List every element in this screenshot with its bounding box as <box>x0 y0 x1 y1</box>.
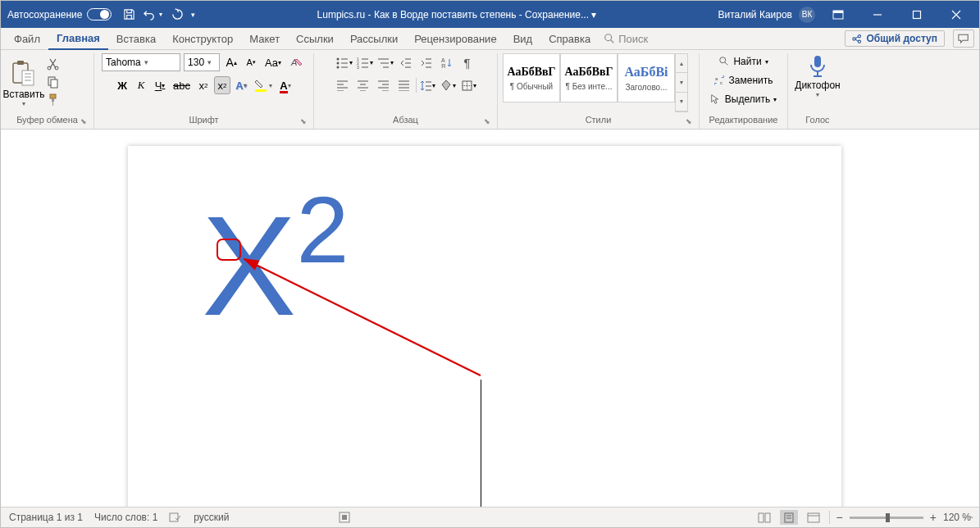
macro-icon[interactable] <box>339 512 350 523</box>
strikethrough-button[interactable]: abc <box>171 76 193 94</box>
style-heading1[interactable]: АаБбВі Заголово... <box>618 53 675 102</box>
zoom-level[interactable]: 120 % <box>943 512 971 523</box>
subscript-button[interactable]: x2 <box>195 76 212 94</box>
justify-icon[interactable] <box>395 76 413 94</box>
comments-button[interactable] <box>953 30 974 48</box>
user-name[interactable]: Виталий Каиров <box>718 9 792 20</box>
undo-dropdown-icon[interactable]: ▾ <box>159 11 162 18</box>
tab-design[interactable]: Конструктор <box>164 28 241 50</box>
styles-scroll-down[interactable]: ▾ <box>676 73 687 92</box>
close-button[interactable] <box>940 1 973 28</box>
copy-icon[interactable] <box>47 75 62 90</box>
text-effects-icon[interactable]: A▾ <box>233 76 249 94</box>
font-color-icon[interactable]: A▾ <box>277 76 294 94</box>
collapse-ribbon-icon[interactable]: ⌃ <box>968 515 974 524</box>
user-avatar[interactable]: ВК <box>799 7 815 23</box>
format-painter-icon[interactable] <box>47 93 62 108</box>
page[interactable]: X2 <box>128 146 841 507</box>
highlight-icon[interactable]: ▾ <box>252 76 275 94</box>
print-layout-icon[interactable] <box>780 510 798 525</box>
tab-layout[interactable]: Макет <box>241 28 288 50</box>
styles-expand[interactable]: ▾ <box>676 93 687 112</box>
font-dialog-launcher[interactable]: ⬊ <box>300 117 307 125</box>
shading-icon[interactable]: ▾ <box>440 76 458 94</box>
multilevel-list-icon[interactable]: ▾ <box>376 53 394 71</box>
tab-insert[interactable]: Вставка <box>108 28 164 50</box>
styles-dialog-launcher[interactable]: ⬊ <box>686 117 692 125</box>
clipboard-dialog-launcher[interactable]: ⬊ <box>80 117 87 125</box>
ribbon-display-icon[interactable] <box>822 1 855 28</box>
document-text[interactable]: X2 <box>202 187 349 338</box>
undo-icon[interactable] <box>144 8 156 20</box>
svg-rect-8 <box>22 71 34 85</box>
svg-rect-63 <box>463 81 472 90</box>
style-no-spacing[interactable]: АаБбВвГ ¶ Без инте... <box>560 53 618 102</box>
bullets-icon[interactable]: ▾ <box>335 53 353 71</box>
autosave-toggle[interactable] <box>87 8 112 20</box>
select-button[interactable]: Выделить▾ <box>710 91 777 107</box>
superscript-button[interactable]: x2 <box>214 76 230 94</box>
font-size-combo[interactable]: 130▾ <box>184 53 220 71</box>
paste-dropdown-icon[interactable]: ▾ <box>22 100 25 107</box>
status-bar: Страница 1 из 1 Число слов: 1 русский − … <box>1 507 979 527</box>
document-title: Lumpics.ru - Как в Ворде поставить степе… <box>195 9 718 20</box>
paste-button[interactable]: Вставить ▾ <box>6 59 42 107</box>
minimize-button[interactable] <box>861 1 894 28</box>
show-marks-icon[interactable]: ¶ <box>458 53 476 71</box>
tab-file[interactable]: Файл <box>6 28 48 50</box>
bold-button[interactable]: Ж <box>114 76 130 94</box>
zoom-slider[interactable] <box>850 517 923 519</box>
zoom-in-button[interactable]: + <box>930 511 937 524</box>
line-spacing-icon[interactable]: ▾ <box>419 76 437 94</box>
numbering-icon[interactable]: 123▾ <box>356 53 374 71</box>
zoom-out-button[interactable]: − <box>836 511 843 524</box>
align-left-icon[interactable] <box>334 76 352 94</box>
svg-rect-70 <box>814 56 821 67</box>
share-button[interactable]: Общий доступ <box>845 30 945 47</box>
document-area[interactable]: X2 <box>1 130 979 507</box>
align-right-icon[interactable] <box>375 76 393 94</box>
read-mode-icon[interactable] <box>755 510 773 525</box>
search-box[interactable]: Поиск <box>604 33 648 45</box>
tab-references[interactable]: Ссылки <box>288 28 342 50</box>
clear-formatting-icon[interactable]: A <box>287 53 306 71</box>
maximize-button[interactable] <box>900 1 933 28</box>
web-layout-icon[interactable] <box>805 510 823 525</box>
paragraph-dialog-launcher[interactable]: ⬊ <box>484 117 490 125</box>
replace-button[interactable]: ac Заменить <box>714 72 773 89</box>
tab-view[interactable]: Вид <box>505 28 541 50</box>
word-count[interactable]: Число слов: 1 <box>94 512 157 523</box>
underline-button[interactable]: Ч▾ <box>152 76 168 94</box>
sort-icon[interactable]: AЯ <box>438 53 456 71</box>
dictate-button[interactable]: Диктофон ▾ <box>793 53 842 112</box>
style-normal[interactable]: АаБбВвГ ¶ Обычный <box>503 53 560 102</box>
tab-home[interactable]: Главная <box>48 28 108 50</box>
autosave-label: Автосохранение <box>7 9 82 20</box>
borders-icon[interactable]: ▾ <box>460 76 478 94</box>
increase-font-icon[interactable]: A▴ <box>223 53 239 71</box>
increase-indent-icon[interactable] <box>417 53 435 71</box>
save-icon[interactable] <box>123 8 135 20</box>
font-name-combo[interactable]: Tahoma▾ <box>102 53 180 71</box>
styles-scroll-up[interactable]: ▴ <box>676 54 687 73</box>
cut-icon[interactable] <box>47 57 62 72</box>
page-indicator[interactable]: Страница 1 из 1 <box>9 512 83 523</box>
spellcheck-icon[interactable] <box>169 512 182 523</box>
change-case-icon[interactable]: Aa▾ <box>262 53 284 71</box>
svg-text:Я: Я <box>441 63 445 69</box>
group-styles: АаБбВвГ ¶ Обычный АаБбВвГ ¶ Без инте... … <box>498 53 700 129</box>
align-center-icon[interactable] <box>354 76 372 94</box>
tab-review[interactable]: Рецензирование <box>406 28 504 50</box>
svg-point-23 <box>337 61 340 64</box>
redo-icon[interactable] <box>171 8 183 20</box>
italic-button[interactable]: К <box>133 76 149 94</box>
find-button[interactable]: Найти▾ <box>718 53 768 70</box>
tab-mailings[interactable]: Рассылки <box>342 28 406 50</box>
decrease-font-icon[interactable]: A▾ <box>243 53 259 71</box>
decrease-indent-icon[interactable] <box>397 53 415 71</box>
svg-rect-1 <box>833 11 843 13</box>
tab-help[interactable]: Справка <box>540 28 599 50</box>
svg-text:A: A <box>290 57 297 67</box>
language-indicator[interactable]: русский <box>194 512 229 523</box>
svg-point-25 <box>337 66 340 68</box>
